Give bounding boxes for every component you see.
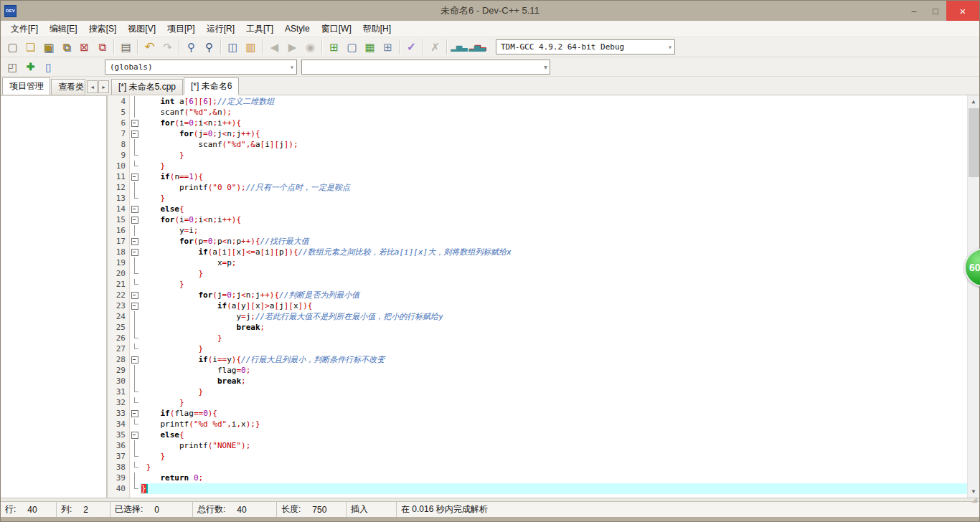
code-editor[interactable]: 4 int a[6][6];//定义二维数组5 scanf("%d",&n);6… <box>108 95 979 498</box>
line-number[interactable]: 27 <box>108 343 130 354</box>
panel-tabs-scroll-left-button[interactable]: ◂ <box>87 80 98 93</box>
line-number[interactable]: 36 <box>108 440 130 451</box>
fold-toggle-icon[interactable] <box>130 408 140 419</box>
line-number[interactable]: 10 <box>108 161 130 171</box>
line-number[interactable]: 11 <box>108 171 130 182</box>
line-number[interactable]: 19 <box>108 257 130 268</box>
line-number[interactable]: 35 <box>108 430 130 440</box>
abort-button[interactable]: ✗ <box>426 39 444 55</box>
line-number[interactable]: 4 <box>108 96 130 107</box>
save-all-button[interactable]: ⧉ <box>57 39 75 55</box>
goto-line-button[interactable]: ▥ <box>242 39 260 55</box>
menu-window[interactable]: 窗口[W] <box>316 21 357 37</box>
new-file-button[interactable]: ▢ <box>4 39 22 55</box>
profile-delete-button[interactable]: ▂▅▃ <box>468 39 486 55</box>
menu-edit[interactable]: 编辑[E] <box>44 21 83 37</box>
menu-file[interactable]: 文件[F] <box>5 21 44 37</box>
line-number[interactable]: 25 <box>108 322 130 333</box>
line-number[interactable]: 22 <box>108 290 130 300</box>
scrollbar-thumb[interactable] <box>969 108 979 177</box>
line-number[interactable]: 12 <box>108 182 130 193</box>
members-select[interactable]: ▾ <box>301 60 550 75</box>
line-number[interactable]: 37 <box>108 451 130 462</box>
close-button[interactable]: × <box>946 1 979 21</box>
toggle-bookmark-button[interactable]: ▢ <box>343 39 361 55</box>
line-number[interactable]: 23 <box>108 300 130 311</box>
redo-button[interactable]: ↷ <box>159 39 176 55</box>
line-number[interactable]: 31 <box>108 386 130 397</box>
menu-help[interactable]: 帮助[H] <box>357 21 397 37</box>
line-number[interactable]: 34 <box>108 419 130 430</box>
line-number[interactable]: 5 <box>108 107 130 118</box>
fold-toggle-icon[interactable] <box>130 214 140 225</box>
goto-function-button[interactable]: ◫ <box>224 39 242 55</box>
fold-toggle-icon[interactable] <box>130 290 140 300</box>
globals-select[interactable]: (globals) ▾ <box>105 60 297 75</box>
line-number[interactable]: 30 <box>108 376 130 386</box>
fold-toggle-icon[interactable] <box>130 204 140 214</box>
line-number[interactable]: 13 <box>108 193 130 204</box>
line-number[interactable]: 38 <box>108 462 130 473</box>
line-number[interactable]: 20 <box>108 268 130 279</box>
menu-project[interactable]: 项目[P] <box>161 21 201 37</box>
fold-toggle-icon[interactable] <box>130 430 140 440</box>
remove-from-project-button[interactable]: ▯ <box>39 59 57 75</box>
find-in-files-button[interactable]: ⚲ <box>200 39 218 55</box>
project-browser-panel[interactable] <box>1 95 108 498</box>
fold-toggle-icon[interactable] <box>130 236 140 247</box>
line-number[interactable]: 40 <box>108 483 130 494</box>
fold-toggle-icon[interactable] <box>130 171 140 182</box>
line-number[interactable]: 6 <box>108 118 130 128</box>
new-unit-in-project-button[interactable]: ◰ <box>4 59 22 75</box>
line-number[interactable]: 32 <box>108 397 130 408</box>
list-bookmarks-button[interactable]: ▦ <box>361 39 379 55</box>
line-number[interactable]: 16 <box>108 225 130 236</box>
line-number[interactable]: 29 <box>108 365 130 376</box>
line-number[interactable]: 26 <box>108 333 130 343</box>
line-number[interactable]: 9 <box>108 150 130 161</box>
insert-snippet-button[interactable]: ⊞ <box>325 39 343 55</box>
menu-view[interactable]: 视图[V] <box>122 21 161 37</box>
close-all-button[interactable]: ⧉ <box>93 39 111 55</box>
minimize-button[interactable]: – <box>903 1 925 21</box>
line-number[interactable]: 18 <box>108 247 130 257</box>
line-number[interactable]: 17 <box>108 236 130 247</box>
line-number[interactable]: 24 <box>108 311 130 322</box>
back-button[interactable]: ◀ <box>265 39 283 55</box>
fold-toggle-icon[interactable] <box>130 247 140 257</box>
vertical-scrollbar[interactable]: ▲ ▼ <box>967 95 979 498</box>
panel-tab-view-classes[interactable]: 查看类 <box>51 79 85 95</box>
menu-astyle[interactable]: AStyle <box>279 22 316 36</box>
panel-tabs-scroll-right-button[interactable]: ▸ <box>98 80 109 93</box>
line-number[interactable]: 21 <box>108 279 130 290</box>
fold-toggle-icon[interactable] <box>130 300 140 311</box>
line-number[interactable]: 15 <box>108 214 130 225</box>
menu-tools[interactable]: 工具[T] <box>240 21 279 37</box>
menu-run[interactable]: 运行[R] <box>201 21 240 37</box>
forward-button[interactable]: ▶ <box>283 39 301 55</box>
close-file-button[interactable]: ⊠ <box>75 39 93 55</box>
doc-tab-unnamed5[interactable]: [*] 未命名5.cpp <box>111 79 183 95</box>
add-to-project-button[interactable]: ✚ <box>22 59 39 75</box>
line-number[interactable]: 28 <box>108 354 130 365</box>
save-button[interactable]: ▣ <box>39 39 57 55</box>
menu-search[interactable]: 搜索[S] <box>83 21 123 37</box>
undo-button[interactable]: ↶ <box>141 39 159 55</box>
line-number[interactable]: 7 <box>108 128 130 139</box>
goto-bookmark-button[interactable]: ⊞ <box>379 39 397 55</box>
fold-toggle-icon[interactable] <box>130 128 140 139</box>
doc-tab-unnamed6[interactable]: [*] 未命名6 <box>184 77 239 95</box>
scroll-up-button[interactable]: ▲ <box>968 95 979 108</box>
fold-toggle-icon[interactable] <box>130 354 140 365</box>
fold-toggle-icon[interactable] <box>130 118 140 128</box>
line-number[interactable]: 33 <box>108 408 130 419</box>
app-icon[interactable]: DEV <box>4 5 17 17</box>
debug-shield-button[interactable]: ◉ <box>301 39 319 55</box>
syntax-check-button[interactable]: ✓ <box>402 39 420 55</box>
maximize-button[interactable]: □ <box>925 1 946 21</box>
open-file-button[interactable]: ❏ <box>22 39 39 55</box>
print-button[interactable]: ▤ <box>117 39 135 55</box>
profile-button[interactable]: ▂▅▃ <box>450 39 468 55</box>
line-number[interactable]: 8 <box>108 139 130 150</box>
panel-tab-project-manager[interactable]: 项目管理 <box>2 77 50 95</box>
